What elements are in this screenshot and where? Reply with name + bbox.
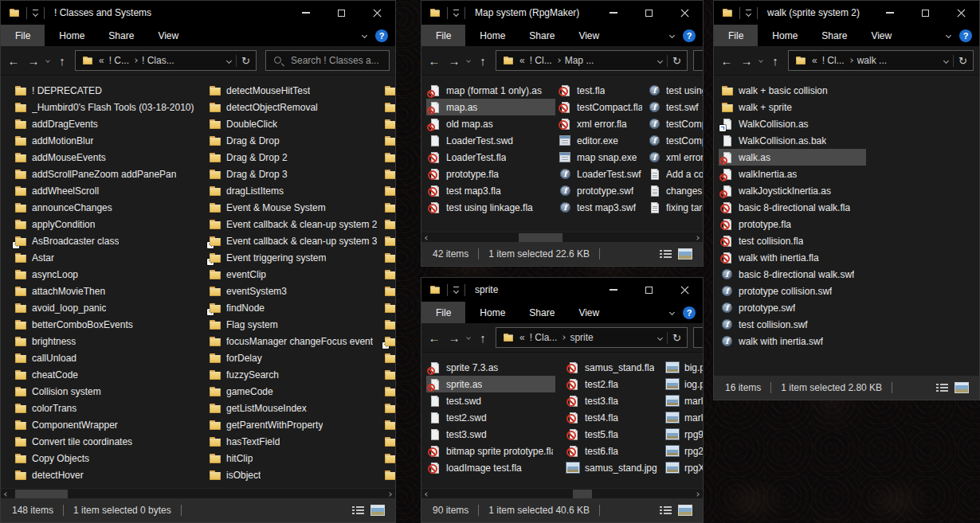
file-item[interactable]: test map3.fla xyxy=(426,182,555,199)
back-button[interactable]: ← xyxy=(427,55,441,67)
file-item[interactable]: gameCode xyxy=(206,383,380,400)
close-button[interactable] xyxy=(667,278,703,302)
up-button[interactable]: ↑ xyxy=(768,55,782,67)
file-item[interactable]: asyncLoop xyxy=(12,266,203,283)
file-item[interactable]: walk + basic collision xyxy=(719,82,866,99)
file-item[interactable]: test.swf xyxy=(646,99,703,115)
horizontal-scrollbar[interactable] xyxy=(421,488,703,498)
breadcrumb-current[interactable]: sprite xyxy=(570,332,593,343)
file-item[interactable]: test4.fla xyxy=(565,409,662,426)
breadcrumb-current[interactable]: Map ... xyxy=(565,55,594,66)
file-item[interactable]: Event callback & clean-up system 2 xyxy=(206,216,380,232)
file-item[interactable]: WalkCollision.as xyxy=(719,115,866,132)
help-icon[interactable]: ? xyxy=(959,29,972,42)
file-item[interactable]: test map3.swf xyxy=(557,199,645,216)
file-item[interactable]: addWheelScroll xyxy=(12,182,203,199)
file-item[interactable]: addMotionBlur xyxy=(12,132,203,149)
large-icons-view-icon[interactable] xyxy=(955,383,968,392)
breadcrumb-collapse[interactable]: « xyxy=(519,332,525,343)
file-item[interactable] xyxy=(382,166,395,182)
file-item[interactable]: test3.fla xyxy=(565,392,662,409)
file-item[interactable]: marle xyxy=(664,409,703,426)
file-item[interactable]: Flag system xyxy=(206,316,380,333)
file-item[interactable]: test using xyxy=(646,82,703,99)
tab-view[interactable]: View xyxy=(146,25,190,46)
file-item[interactable]: walk with inertia.swf xyxy=(719,333,866,349)
file-item[interactable]: test.fla xyxy=(557,82,645,99)
file-item[interactable]: betterComboBoxEvents xyxy=(12,316,203,333)
large-icons-view-icon[interactable] xyxy=(679,249,692,259)
scroll-left-icon[interactable] xyxy=(421,489,433,499)
file-item[interactable]: rpg20 xyxy=(664,443,703,459)
file-item[interactable]: rpgX xyxy=(664,459,703,476)
minimize-button[interactable] xyxy=(872,1,907,25)
minimize-button[interactable] xyxy=(288,1,323,25)
file-item[interactable]: Add a coll xyxy=(646,166,703,182)
file-item[interactable]: samus_stand.jpg xyxy=(565,459,662,476)
file-item[interactable]: sprite.as xyxy=(426,376,555,392)
file-item[interactable]: prototype.swf xyxy=(719,299,866,316)
recent-locations-icon[interactable] xyxy=(45,58,50,63)
file-item[interactable]: Drag & Drop 3 xyxy=(206,166,380,182)
scrollbar-thumb[interactable] xyxy=(573,490,592,498)
file-item[interactable]: LoaderTest.swd xyxy=(426,132,555,149)
file-item[interactable] xyxy=(382,316,395,333)
file-item[interactable]: findNode xyxy=(206,299,380,316)
file-item[interactable]: brightness xyxy=(12,333,203,349)
forward-button[interactable]: → xyxy=(447,332,461,344)
file-item[interactable] xyxy=(382,232,395,249)
up-button[interactable]: ↑ xyxy=(476,332,490,344)
address-dropdown-icon[interactable] xyxy=(226,57,232,63)
file-item[interactable]: WalkCollision.as.bak xyxy=(719,132,866,149)
file-item[interactable]: isObject xyxy=(206,466,380,483)
file-item[interactable] xyxy=(382,115,395,132)
tab-home[interactable]: Home xyxy=(468,25,517,46)
scroll-left-icon[interactable] xyxy=(1,489,12,499)
recent-locations-icon[interactable] xyxy=(759,58,763,63)
up-button[interactable]: ↑ xyxy=(476,55,490,67)
file-item[interactable] xyxy=(382,82,395,99)
maximize-button[interactable] xyxy=(631,278,667,302)
file-item[interactable] xyxy=(382,366,395,383)
file-item[interactable] xyxy=(382,266,395,283)
file-item[interactable] xyxy=(382,400,395,416)
file-item[interactable] xyxy=(382,182,395,199)
file-item[interactable]: walk with inertia.fla xyxy=(719,249,866,266)
quick-access-toolbar-icon[interactable] xyxy=(453,287,459,294)
tab-file[interactable]: File xyxy=(1,25,45,46)
file-item[interactable] xyxy=(382,383,395,400)
file-item[interactable]: test3.swd xyxy=(426,426,555,443)
file-item[interactable]: test2.swd xyxy=(426,409,555,426)
help-icon[interactable]: ? xyxy=(683,29,696,42)
file-item[interactable]: samus_stand.fla xyxy=(565,359,662,376)
file-item[interactable]: Event callback & clean-up system 3 xyxy=(206,232,380,249)
details-view-icon[interactable] xyxy=(660,506,672,514)
file-item[interactable]: Event triggering system xyxy=(206,249,380,266)
breadcrumb-parent[interactable]: ! Cl... xyxy=(822,55,845,66)
file-item[interactable]: ComponentWrapper xyxy=(12,416,203,433)
file-item[interactable]: walkInertia.as xyxy=(719,166,866,182)
file-item[interactable]: changes to xyxy=(646,182,703,199)
refresh-icon[interactable]: ↻ xyxy=(958,55,967,67)
tab-file[interactable]: File xyxy=(421,25,465,46)
file-item[interactable]: Event & Mouse System xyxy=(206,199,380,216)
maximize-button[interactable] xyxy=(323,1,359,25)
file-item[interactable]: addScrollPaneZoom addPanePan xyxy=(12,166,203,182)
tab-view[interactable]: View xyxy=(566,25,611,46)
file-item[interactable]: announceChanges xyxy=(12,199,203,216)
file-item[interactable]: forDelay xyxy=(206,349,380,366)
back-button[interactable]: ← xyxy=(427,332,441,344)
file-item[interactable]: basic 8-directional walk.fla xyxy=(719,199,866,216)
file-item[interactable]: walk + sprite xyxy=(719,99,866,115)
file-item[interactable]: detectHover xyxy=(12,466,203,483)
file-item[interactable] xyxy=(382,333,395,349)
horizontal-scrollbar[interactable] xyxy=(1,488,395,498)
file-item[interactable]: test collision.fla xyxy=(719,232,866,249)
file-item[interactable]: LoaderTest.fla xyxy=(426,149,555,166)
file-item[interactable]: AsBroadcaster class xyxy=(12,232,203,249)
recent-locations-icon[interactable] xyxy=(466,58,471,63)
refresh-icon[interactable]: ↻ xyxy=(241,55,250,67)
file-item[interactable]: walk.as xyxy=(719,149,866,166)
file-item[interactable]: eventClip xyxy=(206,266,380,283)
breadcrumb-parent[interactable]: ! Cl... xyxy=(530,55,552,66)
